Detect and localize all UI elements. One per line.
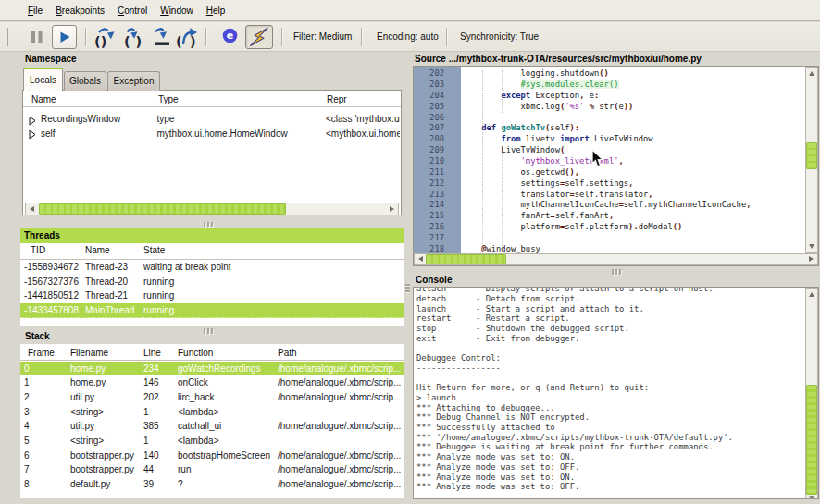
menu-help[interactable]: Help (200, 0, 232, 20)
line-number[interactable]: 203 (414, 80, 444, 89)
code-token: goWatchTv (501, 123, 545, 132)
line-number[interactable]: 210 (414, 156, 444, 166)
source-code-area[interactable]: logging.shutdown() #sys.modules.clear() … (462, 67, 806, 253)
thread-row[interactable]: -1441850512 Thread-21 running (20, 289, 404, 303)
line-number[interactable]: 205 (414, 102, 444, 111)
line-number[interactable]: 202 (414, 68, 444, 78)
namespace-col-name[interactable]: Name (31, 94, 56, 104)
code-token (462, 123, 481, 132)
stack-row[interactable]: 4 util.py 385 catchall_ui /home/analogue… (20, 419, 404, 434)
line-number[interactable]: 217 (414, 233, 444, 242)
threads-col-tid[interactable]: TID (31, 245, 45, 255)
scroll-up-icon[interactable] (809, 292, 814, 297)
line-number[interactable]: 218 (414, 244, 444, 253)
stack-function: onClick (178, 375, 208, 390)
line-number[interactable]: 213 (414, 190, 444, 199)
namespace-col-repr[interactable]: Repr (327, 94, 347, 104)
menu-window[interactable]: Window (154, 0, 200, 20)
line-number[interactable]: 207 (414, 123, 444, 132)
code-token: ). (628, 222, 639, 231)
stack-frame: 5 (24, 434, 30, 449)
namespace-hscrollbar[interactable] (25, 203, 399, 215)
code-token (462, 244, 481, 253)
tab-exception[interactable]: Exception (107, 71, 160, 91)
scroll-right-icon[interactable] (809, 256, 814, 262)
step-over-icon[interactable]: () (93, 27, 119, 50)
code-token: self.mythChannelIconCache (624, 200, 746, 209)
expand-triangle-icon[interactable] (29, 129, 36, 141)
step-into-icon[interactable]: ( ) (123, 27, 145, 50)
stack-col-path[interactable]: Path (278, 348, 297, 358)
line-number[interactable]: 214 (414, 200, 444, 209)
splitter-left-right[interactable] (405, 282, 410, 293)
console-vscrollbar-thumb[interactable] (806, 385, 817, 495)
pause-icon[interactable] (31, 30, 44, 44)
code-token: 'mythbox_livetv.xml' (521, 156, 619, 166)
code-token (462, 91, 501, 100)
stack-row[interactable]: 8 default.py 39 ? /home/analogue/.xbmc/s… (20, 477, 404, 492)
toolbar-separator (446, 28, 447, 46)
analyze-button[interactable] (245, 25, 273, 49)
tab-globals[interactable]: Globals (64, 71, 106, 91)
thread-tid: -1441850512 (24, 289, 79, 303)
scroll-left-icon[interactable] (30, 206, 34, 212)
line-number[interactable]: 204 (414, 91, 444, 100)
goto-icon[interactable] (153, 27, 173, 49)
source-vscrollbar-thumb[interactable] (806, 142, 817, 169)
scroll-down-icon[interactable] (809, 244, 814, 249)
source-editor[interactable]: 2022032042052062072082092102112122132142… (413, 66, 819, 266)
thread-row[interactable]: -1558934672 Thread-23 waiting at break p… (20, 260, 404, 275)
line-number[interactable]: 212 (414, 178, 444, 188)
menu-control[interactable]: Control (111, 0, 154, 20)
thread-row-selected[interactable]: -1433457808 MainThread running (20, 303, 404, 318)
line-number[interactable]: 211 (414, 167, 444, 177)
toolbar-grip[interactable] (6, 28, 8, 46)
scroll-left-icon[interactable] (418, 256, 423, 262)
console-output[interactable]: attach - Display scripts or attach to a … (416, 287, 733, 492)
line-number[interactable]: 209 (414, 145, 444, 154)
stack-row[interactable]: 7 bootstrapper.py 44 run /home/analogue/… (20, 462, 404, 477)
line-number[interactable]: 216 (414, 222, 444, 231)
splitter-threads-stack[interactable] (203, 326, 214, 336)
stack-row[interactable]: 3 <string> 1 <lambda> (20, 405, 404, 420)
line-number[interactable]: 215 (414, 211, 444, 220)
threads-col-state[interactable]: State (143, 245, 165, 255)
source-vscrollbar[interactable] (805, 67, 818, 253)
stack-col-filename[interactable]: Filename (70, 348, 108, 358)
encoding-icon[interactable]: e (222, 28, 238, 43)
step-return-icon[interactable]: ( ) (175, 25, 204, 50)
menu-breakpoints[interactable]: Breakpoints (49, 0, 111, 20)
namespace-row[interactable]: self mythbox.ui.home.HomeWindow <mythbox… (24, 127, 400, 141)
scroll-up-icon[interactable] (809, 71, 814, 76)
stack-row[interactable]: 5 <string> 1 <lambda> (20, 434, 404, 449)
console-vscrollbar[interactable] (805, 288, 818, 498)
stack-col-line[interactable]: Line (143, 348, 161, 358)
code-line: mythChannelIconCache=self.mythChannelIco… (462, 200, 751, 209)
line-number[interactable]: 208 (414, 134, 444, 143)
stack-row-selected[interactable]: 0 home.py 234 goWatchRecordings /home/an… (20, 362, 404, 376)
namespace-col-type[interactable]: Type (158, 94, 179, 104)
line-number[interactable]: 206 (414, 113, 444, 122)
code-token: , (746, 200, 751, 209)
menu-file[interactable]: File (21, 0, 49, 20)
splitter-source-console[interactable] (611, 266, 622, 277)
console[interactable]: attach - Display scripts or attach to a … (413, 287, 819, 499)
scroll-down-icon[interactable] (809, 496, 814, 499)
stack-row[interactable]: 2 util.py 202 lirc_hack /home/analogue/.… (20, 390, 404, 405)
stack-col-frame[interactable]: Frame (28, 348, 55, 358)
stack-col-function[interactable]: Function (178, 348, 213, 358)
stack-row[interactable]: 1 home.py 146 onClick /home/analogue/.xb… (20, 375, 404, 390)
namespace-row[interactable]: RecordingsWindow type <class 'mythbox.ui… (24, 112, 400, 127)
namespace-hscrollbar-thumb[interactable] (39, 203, 286, 215)
source-hscrollbar-thumb[interactable] (426, 254, 506, 264)
toolbar-separator (85, 28, 86, 46)
go-button[interactable] (52, 25, 77, 49)
tab-locals[interactable]: Locals (23, 68, 63, 91)
stack-row[interactable]: 6 bootstrapper.py 140 bootstrapHomeScree… (20, 449, 404, 463)
threads-col-name[interactable]: Name (85, 245, 110, 255)
thread-row[interactable]: -1567327376 Thread-20 running (20, 275, 404, 289)
expand-triangle-icon[interactable] (29, 116, 36, 127)
scroll-right-icon[interactable] (390, 206, 394, 212)
thread-state: waiting at break point (143, 260, 231, 275)
source-hscrollbar[interactable] (414, 253, 818, 265)
